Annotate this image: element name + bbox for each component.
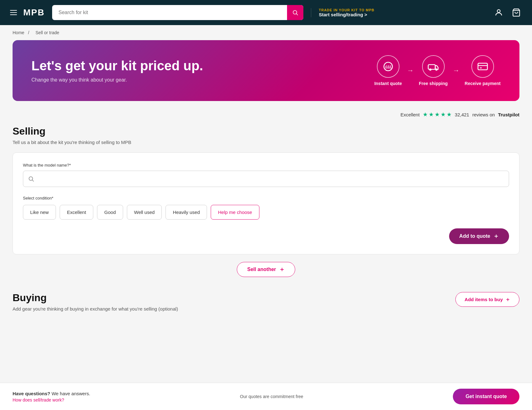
trustpilot-logo: Trustpilot (498, 112, 519, 117)
sell-another-plus-icon (279, 267, 285, 272)
main-content: Selling Tell us a bit about the kit you'… (0, 125, 532, 334)
footer-answer: We have answers. (52, 391, 90, 396)
footer-bar: Have questions? We have answers. How doe… (0, 383, 532, 410)
hero-text: Let's get your kit priced up. Change the… (31, 58, 203, 83)
add-to-quote-label: Add to quote (459, 233, 490, 239)
condition-good[interactable]: Good (97, 205, 123, 220)
payment-icon (471, 55, 494, 78)
add-items-icon (505, 297, 510, 302)
payment-label: Receive payment (465, 81, 501, 86)
cart-icon[interactable] (511, 7, 522, 18)
svg-point-12 (29, 177, 33, 180)
sell-another-wrap: Sell another (13, 262, 519, 277)
add-icon (493, 233, 499, 239)
sell-another-label: Sell another (247, 267, 276, 272)
form-actions: Add to quote (23, 228, 509, 244)
star-4: ★ (441, 111, 446, 118)
footer-commitment: Our quotes are commitment free (240, 394, 303, 399)
condition-excellent[interactable]: Excellent (60, 205, 93, 220)
svg-line-13 (32, 180, 34, 182)
model-input-wrap (23, 171, 509, 187)
buying-header: Buying Add gear you're thinking of buyin… (13, 292, 519, 319)
star-2: ★ (429, 111, 434, 118)
trustpilot-bar: Excellent ★ ★ ★ ★ ★ 32,421 reviews on Tr… (0, 111, 532, 125)
condition-well-used[interactable]: Well used (127, 205, 162, 220)
search-button[interactable] (287, 5, 303, 20)
quote-icon: £££ (377, 55, 399, 78)
buying-header-text: Buying Add gear you're thinking of buyin… (13, 292, 178, 319)
trade-promo: TRADE IN YOUR KIT TO MPB Start selling/t… (311, 8, 374, 17)
condition-buttons: Like new Excellent Good Well used Heavil… (23, 205, 509, 220)
search-icon (292, 9, 298, 16)
svg-line-1 (296, 14, 298, 15)
header-left: MPB (10, 8, 45, 18)
trustpilot-reviews-label: reviews on (472, 112, 495, 117)
quote-label: Instant quote (374, 81, 402, 86)
condition-heavily-used[interactable]: Heavily used (166, 205, 207, 220)
arrow-2: → (453, 67, 460, 75)
footer-left: Have questions? We have answers. How doe… (13, 391, 90, 402)
svg-point-0 (293, 10, 297, 14)
trade-link[interactable]: Start selling/trading > (319, 12, 374, 17)
svg-text:£££: £££ (385, 65, 392, 69)
star-3: ★ (435, 111, 440, 118)
buying-subtitle: Add gear you're thinking of buying in ex… (13, 306, 178, 311)
header-icons (493, 7, 522, 18)
shipping-label: Free shipping (419, 81, 448, 86)
buying-title: Buying (13, 292, 178, 304)
get-quote-button[interactable]: Get instant quote (453, 389, 519, 404)
svg-rect-6 (428, 65, 435, 69)
logo: MPB (23, 8, 45, 18)
trade-label: TRADE IN YOUR KIT TO MPB (319, 8, 374, 12)
selling-form: What is the model name?* Select conditio… (13, 152, 519, 254)
hero-banner: Let's get your kit priced up. Change the… (13, 40, 519, 101)
model-search-icon (28, 176, 34, 182)
arrow-1: → (407, 67, 414, 75)
selling-section: Selling Tell us a bit about the kit you'… (13, 125, 519, 277)
shipping-icon (422, 55, 445, 78)
user-icon[interactable] (493, 7, 504, 18)
help-choose-button[interactable]: Help me choose (211, 205, 259, 220)
star-5: ★ (447, 111, 452, 118)
condition-like-new[interactable]: Like new (23, 205, 56, 220)
svg-point-2 (497, 10, 500, 13)
trustpilot-rating: Excellent (400, 112, 420, 117)
model-label: What is the model name?* (23, 163, 509, 168)
breadcrumb: Home / Sell or trade (0, 25, 532, 40)
hero-steps: £££ Instant quote → Free shipping → (374, 55, 501, 86)
breadcrumb-current: Sell or trade (35, 30, 59, 35)
footer-link[interactable]: How does sell/trade work? (13, 397, 90, 402)
hero-step-payment: Receive payment (465, 55, 501, 86)
star-1: ★ (423, 111, 428, 118)
breadcrumb-home[interactable]: Home (13, 30, 24, 35)
hero-step-quote: £££ Instant quote (374, 55, 402, 86)
search-input[interactable] (52, 5, 303, 20)
breadcrumb-separator: / (28, 30, 29, 35)
add-items-label: Add items to buy (464, 297, 503, 302)
svg-rect-9 (478, 63, 487, 70)
sell-another-button[interactable]: Sell another (237, 262, 295, 277)
header: MPB TRADE IN YOUR KIT TO MPB Start selli… (0, 0, 532, 25)
hero-title: Let's get your kit priced up. (31, 58, 203, 73)
selling-subtitle: Tell us a bit about the kit you're think… (13, 140, 519, 145)
search-bar (52, 5, 303, 20)
model-input[interactable] (23, 171, 509, 187)
hero-subtitle: Change the way you think about your gear… (31, 77, 203, 83)
add-to-quote-button[interactable]: Add to quote (449, 228, 509, 244)
trustpilot-count: 32,421 (455, 112, 469, 117)
hero-step-shipping: Free shipping (419, 55, 448, 86)
selling-title: Selling (13, 125, 519, 137)
footer-question: Have questions? (13, 391, 50, 396)
menu-button[interactable] (10, 10, 17, 15)
add-items-button[interactable]: Add items to buy (455, 292, 519, 307)
buying-section: Buying Add gear you're thinking of buyin… (13, 292, 519, 319)
condition-label: Select condition* (23, 196, 509, 200)
trustpilot-stars: ★ ★ ★ ★ ★ (423, 111, 452, 118)
